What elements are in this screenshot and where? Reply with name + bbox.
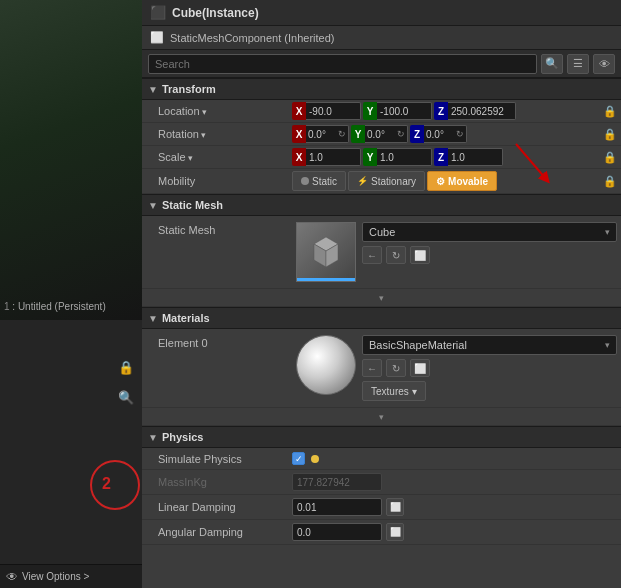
list-view-button[interactable]: ☰ — [567, 54, 589, 74]
viewport: 1 : Untitled (Persistent) — [0, 0, 142, 320]
linear-damping-expand[interactable]: ⬜ — [386, 498, 404, 516]
material-back-button[interactable]: ← — [362, 359, 382, 377]
scale-x-input[interactable] — [306, 148, 361, 166]
viewport-label: 1 : Untitled (Persistent) — [4, 301, 106, 312]
breadcrumb: ⬜ StaticMeshComponent (Inherited) — [142, 26, 621, 50]
rotation-y-field: Y 0.0° ↻ — [351, 125, 408, 143]
cube-title-icon: ⬛ — [150, 5, 166, 20]
transform-collapse-arrow: ▼ — [148, 84, 158, 95]
mesh-browse-button[interactable]: ⬜ — [410, 246, 430, 264]
transform-section-title: Transform — [162, 83, 216, 95]
angular-damping-expand[interactable]: ⬜ — [386, 523, 404, 541]
rotation-xyz-group: X 0.0° ↻ Y 0.0° ↻ Z — [292, 125, 601, 143]
stationary-mobility-button[interactable]: ⚡ Stationary — [348, 171, 425, 191]
rotation-y-cycle[interactable]: ↻ — [397, 129, 405, 139]
mesh-dropdown[interactable]: Cube ▾ — [362, 222, 617, 242]
static-dot-icon — [301, 177, 309, 185]
scale-y-input[interactable] — [377, 148, 432, 166]
search-button[interactable]: 🔍 — [541, 54, 563, 74]
materials-expand-row[interactable]: ▾ — [142, 408, 621, 426]
location-z-input[interactable] — [448, 102, 516, 120]
location-label: Location — [142, 105, 292, 117]
right-panel: ⬛ Cube(Instance) ⬜ StaticMeshComponent (… — [142, 0, 621, 588]
annotation-2: 2 — [102, 475, 111, 493]
movable-mobility-button[interactable]: ⚙ Movable — [427, 171, 497, 191]
materials-collapse-arrow: ▼ — [148, 313, 158, 324]
mesh-reload-button[interactable]: ↻ — [386, 246, 406, 264]
scale-lock-icon: 🔒 — [603, 151, 617, 164]
material-preview — [296, 335, 356, 395]
static-mesh-section-title: Static Mesh — [162, 199, 223, 211]
window-title: Cube(Instance) — [172, 6, 259, 20]
rotation-x-cycle[interactable]: ↻ — [338, 129, 346, 139]
linear-damping-value: ⬜ — [292, 498, 621, 516]
simulate-physics-value: ✓ — [292, 452, 621, 465]
mesh-right-panel: Cube ▾ ← ↻ ⬜ — [362, 222, 617, 264]
mesh-highlight — [297, 278, 355, 281]
location-lock-icon: 🔒 — [603, 105, 617, 118]
location-x-input[interactable] — [306, 102, 361, 120]
simulate-physics-checkbox[interactable]: ✓ — [292, 452, 305, 465]
location-row: Location X Y Z 🔒 — [142, 100, 621, 123]
eye-filter-button[interactable]: 👁 — [593, 54, 615, 74]
linear-damping-input[interactable] — [292, 498, 382, 516]
static-mesh-prop-label: Static Mesh — [142, 216, 292, 236]
material-reload-button[interactable]: ↻ — [386, 359, 406, 377]
static-mesh-prop-row: Static Mesh — [142, 216, 621, 289]
lock-icon[interactable]: 🔒 — [118, 360, 134, 375]
left-panel: 1 : Untitled (Persistent) 🔒 🔍 2 👁 View O… — [0, 0, 142, 588]
static-mesh-expand-icon: ▾ — [379, 293, 384, 303]
location-y-label: Y — [363, 102, 377, 120]
search-bar: 🔍 ☰ 👁 — [142, 50, 621, 78]
rotation-x-label: X — [292, 125, 306, 143]
textures-row: Textures ▾ — [362, 381, 617, 401]
rotation-z-label: Z — [410, 125, 424, 143]
eye-icon: 👁 — [6, 570, 18, 584]
static-mesh-section-header[interactable]: ▼ Static Mesh — [142, 194, 621, 216]
scale-x-field: X — [292, 148, 361, 166]
location-y-input[interactable] — [377, 102, 432, 120]
view-options-text[interactable]: View Options > — [22, 571, 89, 582]
mass-value — [292, 473, 621, 491]
mobility-label: Mobility — [142, 175, 292, 187]
angular-damping-label: Angular Damping — [142, 526, 292, 538]
textures-button[interactable]: Textures ▾ — [362, 381, 426, 401]
rotation-y-value: 0.0° — [367, 129, 395, 140]
angular-damping-input[interactable] — [292, 523, 382, 541]
linear-damping-label: Linear Damping — [142, 501, 292, 513]
static-mobility-button[interactable]: Static — [292, 171, 346, 191]
material-dropdown[interactable]: BasicShapeMaterial ▾ — [362, 335, 617, 355]
mesh-back-button[interactable]: ← — [362, 246, 382, 264]
static-mesh-preview — [296, 222, 356, 282]
title-bar: ⬛ Cube(Instance) — [142, 0, 621, 26]
location-x-field: X — [292, 102, 361, 120]
location-z-label: Z — [434, 102, 448, 120]
materials-section-header[interactable]: ▼ Materials — [142, 307, 621, 329]
rotation-label: Rotation — [142, 128, 292, 140]
scale-value: X Y Z 🔒 — [292, 148, 621, 166]
rotation-x-field: X 0.0° ↻ — [292, 125, 349, 143]
rotation-z-wrap: 0.0° ↻ — [424, 125, 467, 143]
material-browse-button[interactable]: ⬜ — [410, 359, 430, 377]
physics-section-header[interactable]: ▼ Physics — [142, 426, 621, 448]
cube-graphic — [306, 232, 346, 272]
element0-row: Element 0 BasicShapeMaterial ▾ ← ↻ — [142, 329, 621, 408]
static-mesh-collapse-arrow: ▼ — [148, 200, 158, 211]
scale-z-input[interactable] — [448, 148, 503, 166]
static-mesh-expand-row[interactable]: ▾ — [142, 289, 621, 307]
movable-icon: ⚙ — [436, 176, 445, 187]
element0-value: BasicShapeMaterial ▾ ← ↻ ⬜ Textures ▾ — [292, 329, 621, 407]
view-options-bar: 👁 View Options > — [0, 564, 142, 588]
rotation-z-cycle[interactable]: ↻ — [456, 129, 464, 139]
mobility-lock-icon: 🔒 — [603, 175, 617, 188]
material-actions: ← ↻ ⬜ — [362, 359, 617, 377]
rotation-row: Rotation X 0.0° ↻ Y 0.0° ↻ — [142, 123, 621, 146]
search-icon[interactable]: 🔍 — [118, 390, 134, 405]
simulate-physics-label: Simulate Physics — [142, 453, 292, 465]
transform-section-header[interactable]: ▼ Transform — [142, 78, 621, 100]
location-z-field: Z — [434, 102, 516, 120]
search-input[interactable] — [148, 54, 537, 74]
material-preview-graphic — [297, 336, 355, 394]
breadcrumb-icon: ⬜ — [150, 31, 164, 44]
scale-row: Scale X Y Z 🔒 — [142, 146, 621, 169]
